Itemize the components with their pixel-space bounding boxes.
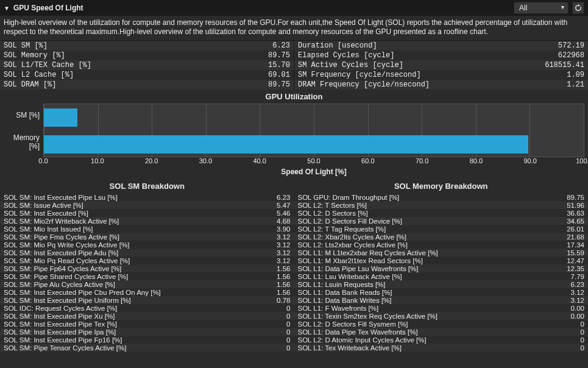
breakdown-value: 0 bbox=[260, 313, 291, 320]
breakdown-value: 34.65 bbox=[554, 218, 584, 225]
breakdown-label: SOL L1: Tex Writeback Active [%] bbox=[298, 344, 554, 352]
breakdown-sm-list: SOL SM: Inst Executed Pipe Lsu [%]6.23SO… bbox=[0, 193, 294, 352]
chart-x-tick: 30.0 bbox=[199, 157, 212, 165]
breakdown-row: SOL L1: Data Pipe Lsu Wavefronts [%]12.3… bbox=[294, 264, 589, 272]
breakdown-value: 89.75 bbox=[554, 194, 584, 201]
metric-value: 6.23 bbox=[241, 41, 290, 50]
breakdown-value: 6.23 bbox=[554, 281, 584, 288]
breakdown-mem-title: SOL Memory Breakdown bbox=[294, 178, 589, 193]
breakdown-label: SOL SM: Pipe Tensor Cycles Active [%] bbox=[4, 344, 260, 352]
breakdown-value: 12.47 bbox=[554, 257, 584, 264]
metric-value: 69.01 bbox=[241, 71, 290, 79]
breakdown-value: 3.12 bbox=[260, 249, 291, 257]
panel-title: GPU Speed Of Light bbox=[13, 4, 510, 12]
breakdown-row: SOL SM: Pipe Shared Cycles Active [%]1.5… bbox=[0, 272, 294, 280]
metric-value: 1.21 bbox=[536, 80, 584, 89]
breakdown-label: SOL L1: F Wavefronts [%] bbox=[298, 305, 554, 312]
breakdown-label: SOL SM: Inst Executed Pipe Adu [%] bbox=[4, 249, 260, 257]
breakdown-row: SOL L1: Tex Writeback Active [%]0 bbox=[294, 344, 589, 352]
breakdown-label: SOL SM: Issue Active [%] bbox=[4, 202, 260, 209]
filter-dropdown-value: All bbox=[519, 4, 527, 12]
collapse-icon[interactable]: ▼ bbox=[4, 5, 10, 12]
metric-label: Elapsed Cycles [cycle] bbox=[298, 51, 536, 60]
breakdown-row: SOL L2: D Sectors Fill Device [%]34.65 bbox=[294, 217, 589, 225]
breakdown-row: SOL L1: F Wavefronts [%]0.00 bbox=[294, 304, 589, 312]
breakdown-label: SOL L1: Data Bank Reads [%] bbox=[298, 289, 554, 296]
breakdown-row: SOL L2: Lts2xbar Cycles Active [%]17.34 bbox=[294, 241, 589, 249]
breakdown-value: 3.90 bbox=[260, 225, 291, 233]
chart-x-tick: 20.0 bbox=[145, 157, 158, 165]
breakdown-row: SOL SM: Inst Executed Pipe Adu [%]3.12 bbox=[0, 249, 294, 257]
breakdown-value: 7.79 bbox=[554, 273, 584, 280]
breakdown-row: SOL L2: T Sectors [%]51.96 bbox=[294, 201, 589, 209]
breakdown-value: 15.59 bbox=[554, 249, 584, 257]
metric-value: 622968 bbox=[536, 51, 584, 60]
panel-description: High-level overview of the utilization f… bbox=[0, 16, 588, 41]
chart-bar bbox=[44, 135, 528, 154]
chart-x-tick: 0.0 bbox=[38, 157, 48, 165]
chart-x-tick: 40.0 bbox=[253, 157, 266, 165]
metric-row: SM Frequency [cycle/nsecond]1.09 bbox=[294, 70, 588, 80]
metric-label: SOL Memory [%] bbox=[4, 51, 241, 60]
chart-y-labels: SM [%]Memory [%] bbox=[4, 104, 43, 157]
breakdown-row: SOL SM: Mio Pq Read Cycles Active [%]3.1… bbox=[0, 257, 294, 264]
breakdown-value: 0.00 bbox=[554, 305, 584, 312]
breakdown-label: SOL L2: D Atomic Input Cycles Active [%] bbox=[298, 336, 554, 344]
metric-row: SOL Memory [%]89.75 bbox=[0, 51, 294, 60]
breakdown-row: SOL L1: Data Bank Writes [%]3.12 bbox=[294, 296, 589, 304]
metric-row: SOL DRAM [%]89.75 bbox=[0, 80, 294, 90]
breakdown-label: SOL SM: Mio Pq Write Cycles Active [%] bbox=[4, 241, 260, 249]
breakdown-row: SOL SM: Pipe Fp64 Cycles Active [%]1.56 bbox=[0, 264, 294, 272]
breakdown-value: 12.35 bbox=[554, 265, 584, 272]
breakdown-label: SOL L2: T Sectors [%] bbox=[298, 202, 554, 209]
chart-x-tick: 70.0 bbox=[416, 157, 428, 165]
chart-x-tick: 10.0 bbox=[91, 157, 104, 165]
breakdown-row: SOL L1: Data Bank Reads [%]3.12 bbox=[294, 288, 589, 296]
breakdown-row: SOL SM: Inst Executed Pipe Fp16 [%]0 bbox=[0, 336, 294, 344]
breakdown-value: 5.46 bbox=[260, 210, 291, 217]
chart-x-tick: 90.0 bbox=[523, 157, 536, 165]
metric-value: 572.19 bbox=[536, 41, 584, 50]
breakdown-value: 3.12 bbox=[260, 241, 291, 249]
breakdown-value: 3.12 bbox=[554, 289, 584, 296]
breakdown-label: SOL L1: Texin Sm2tex Req Cycles Active [… bbox=[298, 313, 554, 320]
metric-label: SOL L2 Cache [%] bbox=[4, 71, 241, 79]
metric-label: Duration [usecond] bbox=[298, 41, 536, 50]
breakdown-row: SOL SM: Mio Inst Issued [%]3.90 bbox=[0, 225, 294, 233]
breakdown-label: SOL L2: D Sectors Fill Sysmem [%] bbox=[298, 320, 554, 328]
breakdown-row: SOL L1: Data Pipe Tex Wavefronts [%]0 bbox=[294, 328, 589, 336]
breakdown-row: SOL L2: T Tag Requests [%]26.01 bbox=[294, 225, 589, 233]
breakdown-mem-col: SOL Memory Breakdown SOL GPU: Dram Throu… bbox=[294, 178, 589, 352]
breakdown-sm-col: SOL SM Breakdown SOL SM: Inst Executed P… bbox=[0, 178, 294, 352]
chart-x-axis: 0.010.020.030.040.050.060.070.080.090.01… bbox=[43, 157, 584, 167]
metric-value: 15.70 bbox=[241, 61, 290, 69]
breakdown-value: 1.56 bbox=[260, 265, 291, 272]
breakdown-row: SOL L2: Xbar2lts Cycles Active [%]21.68 bbox=[294, 233, 589, 241]
filter-dropdown[interactable]: All bbox=[514, 2, 569, 14]
breakdown-value: 17.34 bbox=[554, 241, 584, 249]
metric-value: 1.09 bbox=[536, 71, 584, 79]
breakdown-label: SOL L1: Data Pipe Lsu Wavefronts [%] bbox=[298, 265, 554, 272]
breakdown-label: SOL L1: Lsuin Requests [%] bbox=[298, 281, 554, 288]
metric-label: SOL SM [%] bbox=[4, 41, 241, 50]
breakdowns: SOL SM Breakdown SOL SM: Inst Executed P… bbox=[0, 178, 588, 352]
breakdown-label: SOL SM: Inst Executed Pipe Ipa [%] bbox=[4, 328, 260, 336]
breakdown-row: SOL SM: Inst Executed Pipe Lsu [%]6.23 bbox=[0, 193, 294, 201]
breakdown-row: SOL L1: M Xbar2l1tex Read Sectors [%]12.… bbox=[294, 257, 589, 264]
breakdown-value: 0.00 bbox=[554, 313, 584, 320]
breakdown-row: SOL L1: Lsuin Requests [%]6.23 bbox=[294, 280, 589, 288]
breakdown-row: SOL L2: D Atomic Input Cycles Active [%]… bbox=[294, 336, 589, 344]
breakdown-row: SOL SM: Mio Pq Write Cycles Active [%]3.… bbox=[0, 241, 294, 249]
metric-label: SM Frequency [cycle/nsecond] bbox=[298, 71, 536, 79]
breakdown-label: SOL L2: T Tag Requests [%] bbox=[298, 225, 554, 233]
refresh-button[interactable] bbox=[572, 2, 584, 14]
breakdown-label: SOL L1: Data Pipe Tex Wavefronts [%] bbox=[298, 328, 554, 336]
breakdown-value: 0 bbox=[554, 320, 584, 328]
chart-y-tick: SM [%] bbox=[4, 111, 40, 119]
breakdown-label: SOL SM: Mio Pq Read Cycles Active [%] bbox=[4, 257, 260, 264]
breakdown-row: SOL SM: Pipe Fma Cycles Active [%]3.12 bbox=[0, 233, 294, 241]
breakdown-value: 3.12 bbox=[260, 233, 291, 241]
breakdown-value: 3.12 bbox=[260, 257, 291, 264]
breakdown-label: SOL SM: Inst Executed Pipe Xu [%] bbox=[4, 313, 260, 320]
metric-value: 89.75 bbox=[241, 51, 290, 60]
